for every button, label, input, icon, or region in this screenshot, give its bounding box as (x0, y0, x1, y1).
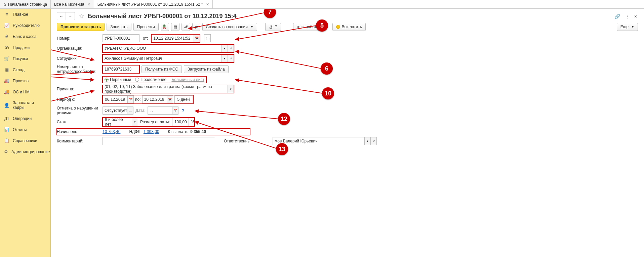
nav-back-button[interactable]: ← (57, 12, 66, 20)
open-icon[interactable]: ↗ (370, 137, 376, 145)
tab-label: Начальная страница (8, 2, 47, 7)
organization-field[interactable]: УРБАН СТУДИО ООО ▾ ↗ (103, 44, 234, 52)
from-label: от: (143, 36, 148, 41)
title-actions: 🔗 ⋮ × (613, 13, 638, 20)
link-icon[interactable]: 🔗 (613, 13, 621, 20)
dropdown-icon[interactable]: ▾ (364, 137, 370, 145)
tab-home[interactable]: ⌂ Начальная страница (0, 0, 51, 8)
sick-leave-link[interactable]: Больничный лист (171, 77, 204, 82)
tab-all-accruals[interactable]: Все начисления × (51, 0, 94, 8)
btn-label: Провести (137, 25, 155, 29)
cart-icon: 🛒 (4, 56, 9, 61)
violation-label: Отметка о нарушении режима: (57, 106, 100, 116)
radio-icon (105, 78, 109, 82)
pay-button[interactable]: Выплатить (332, 23, 366, 31)
note-icon[interactable]: ▢ (204, 34, 211, 42)
sidebar-item-admin[interactable]: ⚙Администрирование (0, 146, 50, 157)
number-field[interactable]: УРБП-000001 (103, 34, 139, 42)
sheet-number-field[interactable]: 187698721633 (103, 65, 139, 73)
accrued-label: Начислено: (57, 129, 100, 134)
create-based-on-button[interactable]: Создать на основании▼ (202, 23, 257, 31)
sidebar-item-manager[interactable]: 📈Руководителю (0, 20, 50, 31)
sidebar-item-operations[interactable]: ДтОперации (0, 113, 50, 124)
sidebar-item-salary[interactable]: 👤Зарплата и кадры (0, 97, 50, 113)
sidebar-item-references[interactable]: 📋Справочники (0, 135, 50, 146)
ndfl-link[interactable]: 1 398,00 (144, 129, 159, 134)
tab-document[interactable]: Больничный лист УРБП-000001 от 10.12.201… (94, 0, 213, 8)
violation-date-field[interactable]: . .📅 (148, 106, 178, 115)
sidebar-item-bank[interactable]: ₽Банк и касса (0, 31, 50, 42)
main-panel: ← → ☆ Больничный лист УРБП-000001 от 10.… (51, 9, 644, 257)
attachment-button[interactable]: 🖇 (182, 23, 190, 31)
stage-field[interactable]: 8 и более лет▾ (103, 118, 138, 126)
sidebar-item-warehouse[interactable]: ▦Склад (0, 64, 50, 75)
movements-button[interactable]: ДтКт (161, 23, 169, 31)
more-button[interactable]: Еще▼ (617, 23, 638, 31)
post-and-close-button[interactable]: Провести и закрыть (57, 23, 105, 31)
sidebar-item-sales[interactable]: 🛍Продажи (0, 42, 50, 53)
reason-field[interactable]: (01, 02, 10, 11) Заболевание или травма … (103, 85, 234, 93)
value: УРБП-000001 (105, 36, 130, 41)
sidebar-item-label: Зарплата и кадры (13, 100, 46, 110)
nav-forward-button[interactable]: → (66, 12, 75, 20)
employee-field[interactable]: Ахилесов Эммануил Петрович ▾ ↗ (103, 54, 234, 62)
resp-value: мов Валерий Юрьевич (273, 137, 364, 145)
sidebar-item-purchases[interactable]: 🛒Покупки (0, 53, 50, 64)
period-to-field[interactable]: 10.12.2019📅 (142, 95, 173, 103)
kebab-icon[interactable]: ⋮ (624, 13, 631, 20)
close-icon[interactable]: × (87, 2, 90, 7)
sidebar-item-assets[interactable]: 🚚ОС и НМ (0, 86, 50, 97)
sidebar-item-label: Продажи (13, 45, 30, 50)
sidebar-item-label: Главное (13, 12, 28, 17)
sidebar-item-main[interactable]: ≡Главное (0, 9, 50, 20)
violation-field[interactable]: Отсутствует… (103, 106, 133, 115)
reason-label: Причина: (57, 87, 100, 91)
ellipsis-icon[interactable]: … (127, 107, 133, 114)
value: 187698721633 (105, 67, 131, 72)
post-button[interactable]: Провести (133, 23, 159, 31)
help-icon[interactable]: ? (182, 108, 184, 113)
btn-label: Провести и закрыть (61, 25, 101, 29)
number-label: Номер: (57, 36, 100, 41)
radio-continuation[interactable]: Продолжение: (135, 77, 167, 82)
close-page-icon[interactable]: × (633, 13, 638, 20)
caret-down-icon: ▼ (631, 25, 634, 29)
close-icon[interactable]: × (206, 2, 209, 7)
accrued-link[interactable]: 10 753,40 (103, 129, 120, 134)
dropdown-icon[interactable]: ▾ (222, 45, 228, 52)
load-from-file-button[interactable]: Загрузить из файла (184, 65, 229, 73)
calendar-icon[interactable]: 📅 (194, 35, 200, 42)
period-from-field[interactable]: 06.12.2019📅 (103, 95, 134, 103)
pay-size-field[interactable]: 100,00 (172, 118, 189, 126)
related-button[interactable]: ⇄ (192, 23, 200, 31)
dropdown-icon[interactable]: ▾ (228, 85, 234, 93)
home-icon: ⌂ (3, 2, 6, 7)
open-icon[interactable]: ↗ (228, 55, 234, 62)
value: Отсутствует (103, 107, 127, 114)
calendar-icon[interactable]: 📅 (167, 96, 173, 103)
radio-primary[interactable]: Первичный (105, 77, 131, 82)
person-icon: 👤 (4, 103, 9, 108)
sidebar-item-production[interactable]: 🏭Произво (0, 75, 50, 86)
coin-icon (336, 25, 340, 29)
stage-label: Стаж: (57, 120, 100, 124)
favorite-star-icon[interactable]: ☆ (78, 12, 84, 20)
calendar-icon[interactable]: 📅 (127, 96, 133, 103)
toolbar: Провести и закрыть Записать Провести ДтК… (57, 23, 638, 31)
date-field[interactable]: 10.12.2019 15:41:52 📅 (151, 34, 200, 42)
comment-field[interactable] (103, 137, 215, 145)
sidebar-item-reports[interactable]: 📊Отчеты (0, 124, 50, 135)
save-button[interactable]: Записать (107, 23, 131, 31)
ruble-icon: ₽ (4, 34, 9, 39)
calendar-icon[interactable]: 📅 (172, 107, 178, 114)
responsible-field[interactable]: мов Валерий Юрьевич ▾ ↗ (273, 137, 377, 145)
sidebar-item-label: Администрирование (11, 149, 50, 154)
dropdown-icon[interactable]: ▾ (132, 118, 138, 126)
get-from-fss-button[interactable]: Получить из ФСС (142, 65, 182, 73)
days-field: 5 дней (174, 95, 193, 103)
dropdown-icon[interactable]: ▾ (222, 55, 228, 62)
document-button[interactable]: ▤ (171, 23, 179, 31)
print-reference-button[interactable]: 🖨 Р (265, 23, 281, 31)
open-icon[interactable]: ↗ (228, 45, 234, 52)
nav-group: ← → (57, 12, 75, 20)
